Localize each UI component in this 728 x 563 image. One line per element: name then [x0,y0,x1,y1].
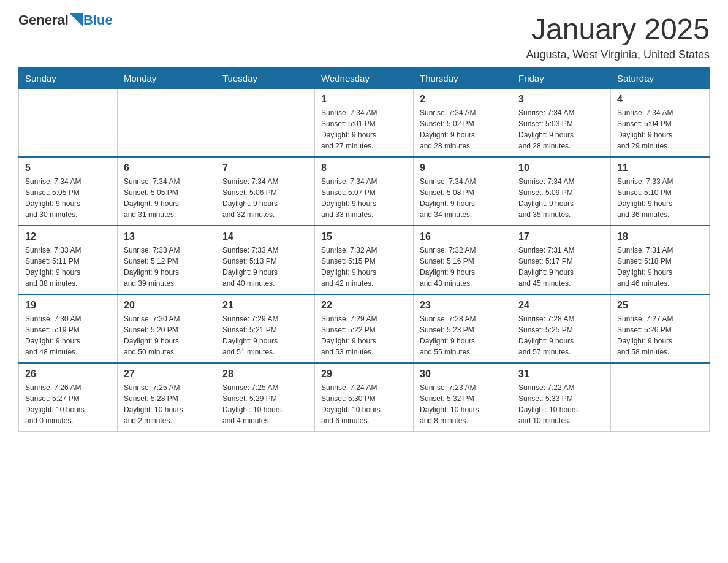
day-number: 10 [518,163,604,174]
weekday-header-thursday: Thursday [414,68,512,89]
day-info: Sunrise: 7:33 AM Sunset: 5:10 PM Dayligh… [617,176,703,220]
logo-blue-text: Blue [83,12,113,28]
calendar-cell [118,89,216,158]
day-number: 11 [617,163,703,174]
day-number: 23 [420,300,506,311]
calendar-cell [611,363,710,432]
day-number: 8 [321,163,407,174]
calendar-cell: 6Sunrise: 7:34 AM Sunset: 5:05 PM Daylig… [118,157,216,226]
day-number: 27 [124,369,210,380]
calendar-cell: 21Sunrise: 7:29 AM Sunset: 5:21 PM Dayli… [216,294,315,363]
day-number: 2 [420,94,506,105]
day-number: 5 [25,163,111,174]
day-number: 26 [25,369,111,380]
logo: General Blue [18,12,113,28]
day-info: Sunrise: 7:33 AM Sunset: 5:13 PM Dayligh… [222,245,308,289]
day-info: Sunrise: 7:31 AM Sunset: 5:18 PM Dayligh… [617,245,703,289]
day-number: 15 [321,231,407,242]
day-number: 3 [518,94,604,105]
day-info: Sunrise: 7:34 AM Sunset: 5:07 PM Dayligh… [321,176,407,220]
day-number: 25 [617,300,703,311]
weekday-header-monday: Monday [118,68,216,89]
day-number: 30 [420,369,506,380]
weekday-header-saturday: Saturday [611,68,710,89]
calendar-cell: 12Sunrise: 7:33 AM Sunset: 5:11 PM Dayli… [19,226,118,294]
day-number: 1 [321,94,407,105]
calendar-cell: 5Sunrise: 7:34 AM Sunset: 5:05 PM Daylig… [19,157,118,226]
day-info: Sunrise: 7:34 AM Sunset: 5:01 PM Dayligh… [321,107,407,151]
calendar-cell: 29Sunrise: 7:24 AM Sunset: 5:30 PM Dayli… [315,363,414,432]
day-info: Sunrise: 7:26 AM Sunset: 5:27 PM Dayligh… [25,382,111,426]
day-info: Sunrise: 7:30 AM Sunset: 5:19 PM Dayligh… [25,313,111,358]
day-info: Sunrise: 7:32 AM Sunset: 5:16 PM Dayligh… [420,245,506,289]
day-info: Sunrise: 7:31 AM Sunset: 5:17 PM Dayligh… [518,245,604,289]
calendar-cell: 28Sunrise: 7:25 AM Sunset: 5:29 PM Dayli… [216,363,315,432]
day-info: Sunrise: 7:34 AM Sunset: 5:06 PM Dayligh… [222,176,308,220]
calendar-table: SundayMondayTuesdayWednesdayThursdayFrid… [18,67,710,432]
calendar-cell: 20Sunrise: 7:30 AM Sunset: 5:20 PM Dayli… [118,294,216,363]
day-info: Sunrise: 7:27 AM Sunset: 5:26 PM Dayligh… [617,313,703,358]
calendar-cell: 23Sunrise: 7:28 AM Sunset: 5:23 PM Dayli… [414,294,512,363]
calendar-cell: 19Sunrise: 7:30 AM Sunset: 5:19 PM Dayli… [19,294,118,363]
calendar-cell: 9Sunrise: 7:34 AM Sunset: 5:08 PM Daylig… [414,157,512,226]
location-text: Augusta, West Virginia, United States [526,48,710,61]
calendar-week-5: 26Sunrise: 7:26 AM Sunset: 5:27 PM Dayli… [19,363,710,432]
day-number: 17 [518,231,604,242]
day-info: Sunrise: 7:33 AM Sunset: 5:11 PM Dayligh… [25,245,111,289]
day-info: Sunrise: 7:32 AM Sunset: 5:15 PM Dayligh… [321,245,407,289]
day-number: 21 [222,300,308,311]
calendar-week-4: 19Sunrise: 7:30 AM Sunset: 5:19 PM Dayli… [19,294,710,363]
day-info: Sunrise: 7:29 AM Sunset: 5:21 PM Dayligh… [222,313,308,358]
calendar-cell: 18Sunrise: 7:31 AM Sunset: 5:18 PM Dayli… [611,226,710,294]
calendar-cell: 27Sunrise: 7:25 AM Sunset: 5:28 PM Dayli… [118,363,216,432]
day-number: 28 [222,369,308,380]
day-info: Sunrise: 7:30 AM Sunset: 5:20 PM Dayligh… [124,313,210,358]
day-number: 20 [124,300,210,311]
calendar-cell: 26Sunrise: 7:26 AM Sunset: 5:27 PM Dayli… [19,363,118,432]
day-info: Sunrise: 7:34 AM Sunset: 5:02 PM Dayligh… [420,107,506,151]
day-number: 31 [518,369,604,380]
day-info: Sunrise: 7:33 AM Sunset: 5:12 PM Dayligh… [124,245,210,289]
calendar-cell: 7Sunrise: 7:34 AM Sunset: 5:06 PM Daylig… [216,157,315,226]
calendar-cell: 10Sunrise: 7:34 AM Sunset: 5:09 PM Dayli… [512,157,611,226]
day-info: Sunrise: 7:34 AM Sunset: 5:03 PM Dayligh… [518,107,604,151]
calendar-cell: 24Sunrise: 7:28 AM Sunset: 5:25 PM Dayli… [512,294,611,363]
day-info: Sunrise: 7:34 AM Sunset: 5:09 PM Dayligh… [518,176,604,220]
day-number: 14 [222,231,308,242]
day-number: 12 [25,231,111,242]
calendar-header-row: SundayMondayTuesdayWednesdayThursdayFrid… [19,68,710,89]
calendar-cell: 31Sunrise: 7:22 AM Sunset: 5:33 PM Dayli… [512,363,611,432]
calendar-cell: 17Sunrise: 7:31 AM Sunset: 5:17 PM Dayli… [512,226,611,294]
day-number: 29 [321,369,407,380]
day-number: 16 [420,231,506,242]
calendar-cell [19,89,118,158]
day-info: Sunrise: 7:25 AM Sunset: 5:29 PM Dayligh… [222,382,308,426]
day-number: 19 [25,300,111,311]
calendar-cell: 22Sunrise: 7:29 AM Sunset: 5:22 PM Dayli… [315,294,414,363]
calendar-cell: 11Sunrise: 7:33 AM Sunset: 5:10 PM Dayli… [611,157,710,226]
weekday-header-tuesday: Tuesday [216,68,315,89]
month-title: January 2025 [526,12,710,46]
day-info: Sunrise: 7:22 AM Sunset: 5:33 PM Dayligh… [518,382,604,426]
day-info: Sunrise: 7:23 AM Sunset: 5:32 PM Dayligh… [420,382,506,426]
logo-icon [70,13,83,27]
day-info: Sunrise: 7:29 AM Sunset: 5:22 PM Dayligh… [321,313,407,358]
day-number: 18 [617,231,703,242]
day-number: 24 [518,300,604,311]
calendar-cell [216,89,315,158]
logo-general-text: General [18,12,69,28]
title-area: January 2025 Augusta, West Virginia, Uni… [526,12,710,61]
day-info: Sunrise: 7:34 AM Sunset: 5:04 PM Dayligh… [617,107,703,151]
day-info: Sunrise: 7:28 AM Sunset: 5:23 PM Dayligh… [420,313,506,358]
calendar-cell: 25Sunrise: 7:27 AM Sunset: 5:26 PM Dayli… [611,294,710,363]
calendar-cell: 30Sunrise: 7:23 AM Sunset: 5:32 PM Dayli… [414,363,512,432]
calendar-cell: 13Sunrise: 7:33 AM Sunset: 5:12 PM Dayli… [118,226,216,294]
calendar-week-2: 5Sunrise: 7:34 AM Sunset: 5:05 PM Daylig… [19,157,710,226]
day-info: Sunrise: 7:24 AM Sunset: 5:30 PM Dayligh… [321,382,407,426]
calendar-cell: 3Sunrise: 7:34 AM Sunset: 5:03 PM Daylig… [512,89,611,158]
day-info: Sunrise: 7:34 AM Sunset: 5:05 PM Dayligh… [124,176,210,220]
day-info: Sunrise: 7:34 AM Sunset: 5:08 PM Dayligh… [420,176,506,220]
calendar-cell: 15Sunrise: 7:32 AM Sunset: 5:15 PM Dayli… [315,226,414,294]
calendar-cell: 14Sunrise: 7:33 AM Sunset: 5:13 PM Dayli… [216,226,315,294]
calendar-cell: 4Sunrise: 7:34 AM Sunset: 5:04 PM Daylig… [611,89,710,158]
